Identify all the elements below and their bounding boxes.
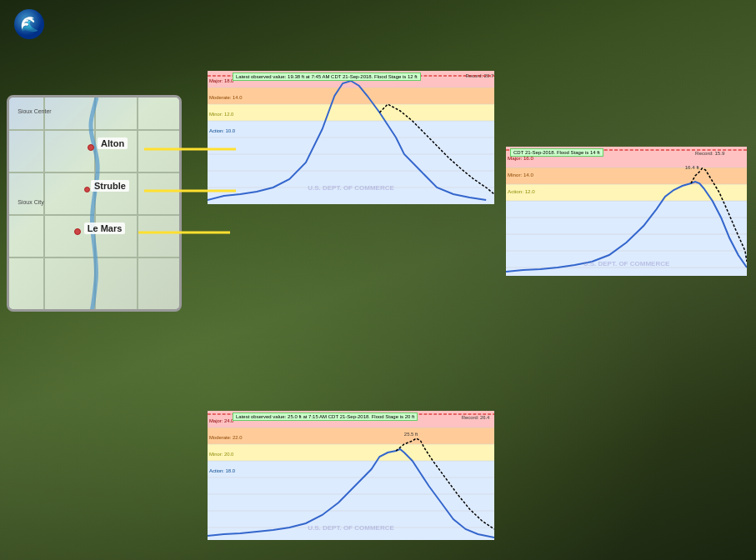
alton-chart-area: Major: 18.0 Moderate: 14.0 Minor: 12.0 A…	[208, 71, 494, 204]
sioux-center-label: Sioux Center	[18, 108, 51, 114]
struble-chart-svg: Major: 16.0 Minor: 14.0 Action: 12.0 Rec…	[506, 147, 747, 276]
map-wrapper: Alton Struble Le Mars Sioux Center Sioux…	[7, 95, 198, 312]
lemars-label: Le Mars	[84, 222, 126, 234]
map-container: Alton Struble Le Mars Sioux Center Sioux…	[7, 95, 182, 312]
svg-text:25.5 ft: 25.5 ft	[404, 432, 418, 437]
lemars-chart-svg: Major: 24.0 Moderate: 22.0 Minor: 20.0 A…	[208, 411, 494, 540]
svg-text:Moderate: 22.0: Moderate: 22.0	[209, 435, 243, 440]
svg-text:Record: 26.4: Record: 26.4	[462, 415, 490, 420]
svg-text:Action: 18.0: Action: 18.0	[209, 468, 236, 473]
struble-chart-area: Major: 16.0 Minor: 14.0 Action: 12.0 Rec…	[506, 147, 747, 276]
struble-watermark: U.S. DEPT. OF COMMERCE	[583, 260, 670, 268]
struble-dot	[84, 187, 90, 192]
svg-text:Major: 24.0: Major: 24.0	[209, 418, 234, 423]
lemars-chart-box: FLOYD RIVER AT LE MARS Universal Time (U…	[205, 393, 497, 555]
struble-latest-obs: CDT 21-Sep-2018. Flood Stage is 14 ft	[510, 148, 603, 157]
svg-text:16.4 ft: 16.4 ft	[685, 164, 699, 170]
svg-text:Minor: 20.0: Minor: 20.0	[209, 452, 234, 457]
struble-chart-box: FLOYD RIVER NEAR STRUBLE Universal Time …	[503, 129, 749, 291]
svg-text:Action: 12.0: Action: 12.0	[508, 188, 535, 194]
svg-rect-6	[208, 121, 494, 204]
svg-text:Minor: 14.0: Minor: 14.0	[508, 172, 534, 178]
svg-rect-4	[208, 88, 494, 104]
sioux-city-label: Sioux City	[18, 199, 44, 205]
map-background: Alton Struble Le Mars Sioux Center Sioux…	[9, 98, 179, 309]
main-container: NATIONAL WEATHER SERVICE OCEANIC AND ATM…	[0, 0, 756, 560]
struble-label: Struble	[91, 180, 129, 192]
lemars-chart-area: Major: 24.0 Moderate: 22.0 Minor: 20.0 A…	[208, 411, 494, 540]
svg-rect-5	[208, 104, 494, 121]
svg-text:Record: 15.9: Record: 15.9	[695, 150, 725, 156]
noaa-logo-inner	[14, 9, 44, 39]
alton-label: Alton	[98, 138, 128, 149]
svg-rect-22	[208, 428, 494, 444]
svg-rect-40	[506, 168, 747, 184]
lemars-watermark: U.S. DEPT. OF COMMERCE	[308, 524, 394, 532]
alton-dot	[88, 144, 94, 151]
svg-rect-23	[208, 444, 494, 461]
lemars-arrow	[138, 224, 238, 241]
svg-text:Minor: 12.0: Minor: 12.0	[209, 112, 234, 117]
struble-arrow	[144, 182, 244, 199]
alton-arrow	[144, 141, 244, 158]
svg-text:Major: 18.0: Major: 18.0	[209, 78, 234, 83]
alton-chart-box: FLOYD RIVER AT ALTON Universal Time (UTC…	[205, 53, 497, 214]
lemars-latest-obs: Latest observed value: 25.0 ft at 7:15 A…	[233, 412, 418, 421]
alton-watermark: U.S. DEPT. OF COMMERCE	[308, 184, 394, 192]
svg-text:Moderate: 14.0: Moderate: 14.0	[209, 95, 243, 100]
svg-text:Action: 10.0: Action: 10.0	[209, 128, 236, 133]
alton-latest-obs: Latest observed value: 19.38 ft at 7:45 …	[233, 72, 421, 81]
